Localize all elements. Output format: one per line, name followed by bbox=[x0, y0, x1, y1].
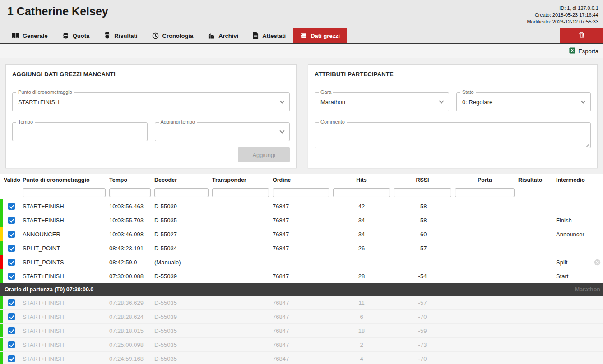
status-indicator bbox=[0, 310, 3, 323]
tab-dati-grezzi[interactable]: Dati grezzi bbox=[293, 28, 347, 43]
tab-cronologia[interactable]: Cronologia bbox=[145, 28, 201, 43]
cell-hits: 42 bbox=[331, 203, 392, 210]
tab-attestati[interactable]: Attestati bbox=[246, 28, 293, 43]
raw-data-row[interactable]: START+FINISH07:28:36.629D-550357684711-5… bbox=[0, 296, 603, 310]
col-header-decoder[interactable]: Decoder bbox=[153, 177, 210, 183]
valid-checkbox[interactable] bbox=[8, 245, 15, 252]
col-header-ordine[interactable]: Ordine bbox=[271, 177, 331, 183]
filter-input-tempo[interactable] bbox=[109, 188, 151, 197]
col-header-transponder[interactable]: Transponder bbox=[210, 177, 271, 183]
raw-data-row[interactable]: START+FINISH07:28:28.624D-55039768476-70 bbox=[0, 310, 603, 324]
tab-risultati[interactable]: Risultati bbox=[97, 28, 144, 43]
cell-rssi: -70 bbox=[392, 355, 453, 362]
col-header-porta[interactable]: Porta bbox=[453, 177, 516, 183]
valid-checkbox[interactable] bbox=[8, 273, 15, 280]
cell-hits: 34 bbox=[331, 231, 392, 238]
tab-label: Cronologia bbox=[162, 32, 194, 39]
status-indicator bbox=[0, 255, 3, 269]
col-header-intermedio[interactable]: Intermedio bbox=[554, 177, 591, 183]
raw-data-row[interactable]: SPLIT_POINTS08:42:59.0(Manuale)Split bbox=[0, 255, 603, 269]
window-header: 1 Catherine Kelsey ID: 1, di 127.0.0.1 C… bbox=[0, 0, 603, 28]
cell-decoder: D-55035 bbox=[153, 299, 210, 306]
cell-ordine: 76847 bbox=[271, 217, 331, 224]
valid-checkbox[interactable] bbox=[8, 259, 15, 266]
col-header-hits[interactable]: Hits bbox=[331, 177, 392, 183]
col-header-tempo[interactable]: Tempo bbox=[107, 177, 153, 183]
status-indicator bbox=[0, 199, 3, 213]
cell-rssi: -59 bbox=[392, 327, 453, 334]
add-button[interactable]: Aggiungi bbox=[238, 147, 290, 162]
remove-row-icon[interactable] bbox=[594, 259, 601, 266]
valid-checkbox[interactable] bbox=[8, 341, 15, 348]
valid-checkbox[interactable] bbox=[8, 355, 15, 362]
col-header-risultato[interactable]: Risultato bbox=[516, 177, 554, 183]
timing-point-label: Punto di cronometraggio bbox=[16, 89, 74, 95]
cell-punto: ANNOUNCER bbox=[21, 231, 107, 238]
cell-decoder: D-55027 bbox=[153, 231, 210, 238]
cell-decoder: D-55039 bbox=[153, 273, 210, 280]
time-input[interactable] bbox=[18, 129, 142, 135]
raw-data-row[interactable]: SPLIT_POINT08:43:23.191D-550347684726-57 bbox=[0, 241, 603, 255]
cell-punto: START+FINISH bbox=[21, 327, 107, 334]
raw-data-row[interactable]: START+FINISH10:03:55.703D-550357684734-5… bbox=[0, 213, 603, 227]
raw-data-row[interactable]: START+FINISH07:24:59.168D-55035768474-70 bbox=[0, 352, 603, 364]
timing-point-select[interactable]: Punto di cronometraggio START+FINISH bbox=[12, 92, 290, 111]
cell-tempo: 07:28:28.624 bbox=[107, 313, 153, 320]
cell-hits: 26 bbox=[331, 245, 392, 252]
valid-checkbox[interactable] bbox=[8, 231, 15, 238]
tab-quota[interactable]: Quota bbox=[55, 28, 97, 43]
meta-created: Creato: 2018-05-23 17:16:44 bbox=[527, 12, 598, 18]
col-header-punto[interactable]: Punto di cronometraggio bbox=[21, 177, 107, 183]
cell-hits: 34 bbox=[331, 217, 392, 224]
tab-generale[interactable]: Generale bbox=[5, 28, 55, 43]
tab-archivi[interactable]: Archivi bbox=[200, 28, 246, 43]
col-header-rssi[interactable]: RSSI bbox=[392, 177, 453, 183]
cell-decoder: D-55035 bbox=[153, 327, 210, 334]
race-select[interactable]: Gara Marathon bbox=[315, 92, 449, 111]
cell-tempo: 07:28:18.015 bbox=[107, 327, 153, 334]
raw-data-row[interactable]: START+FINISH07:25:00.098D-55035768472-73 bbox=[0, 338, 603, 352]
valid-checkbox[interactable] bbox=[8, 203, 15, 210]
meta-id: ID: 1, di 127.0.0.1 bbox=[527, 5, 598, 12]
raw-data-row[interactable]: START+FINISH07:30:00.088D-550397684728-5… bbox=[0, 269, 603, 283]
cell-hits: 28 bbox=[331, 273, 392, 280]
status-indicator bbox=[0, 296, 3, 309]
cell-rssi: -73 bbox=[392, 341, 453, 348]
col-header-valido[interactable]: Valido bbox=[0, 177, 21, 183]
add-time-select[interactable]: Aggiungi tempo bbox=[155, 122, 290, 141]
valid-checkbox[interactable] bbox=[8, 313, 15, 320]
comment-input[interactable] bbox=[320, 125, 586, 145]
race-label: Gara bbox=[319, 89, 333, 95]
cell-decoder: D-55035 bbox=[153, 217, 210, 224]
valid-checkbox[interactable] bbox=[8, 217, 15, 224]
export-link[interactable]: Esporta bbox=[569, 47, 598, 55]
raw-data-row[interactable]: START+FINISH10:03:56.463D-550397684742-5… bbox=[0, 199, 603, 213]
tab-label: Generale bbox=[23, 32, 48, 39]
delete-button[interactable] bbox=[560, 28, 603, 43]
filter-input-punto[interactable] bbox=[23, 188, 106, 197]
filter-input-hits[interactable] bbox=[333, 188, 390, 197]
table-header-row: ValidoPunto di cronometraggioTempoDecode… bbox=[0, 174, 603, 186]
start-time-separator: Orario di partenza (T0) 07:30:00.0Marath… bbox=[0, 283, 603, 296]
cell-punto: SPLIT_POINTS bbox=[21, 259, 107, 266]
filter-input-porta[interactable] bbox=[455, 188, 515, 197]
valid-checkbox[interactable] bbox=[8, 299, 15, 306]
tab-bar: GeneraleQuotaRisultatiCronologiaArchiviA… bbox=[0, 28, 603, 44]
filter-input-rssi[interactable] bbox=[394, 188, 451, 197]
tab-label: Attestati bbox=[262, 32, 286, 39]
filter-input-decoder[interactable] bbox=[154, 188, 209, 197]
raw-data-icon bbox=[300, 32, 307, 39]
cell-punto: SPLIT_POINT bbox=[21, 245, 107, 252]
time-field: Tempo bbox=[12, 122, 148, 141]
cell-punto: START+FINISH bbox=[21, 299, 107, 306]
filter-input-ordine[interactable] bbox=[273, 188, 329, 197]
cell-decoder: D-55035 bbox=[153, 355, 210, 362]
raw-data-row[interactable]: START+FINISH07:28:18.015D-550357684718-5… bbox=[0, 324, 603, 338]
cell-tempo: 10:03:56.463 bbox=[107, 203, 153, 210]
valid-checkbox[interactable] bbox=[8, 327, 15, 334]
status-select[interactable]: Stato 0: Regolare bbox=[456, 92, 591, 111]
cell-tempo: 08:42:59.0 bbox=[107, 259, 153, 266]
filter-input-transponder[interactable] bbox=[212, 188, 269, 197]
status-indicator bbox=[0, 213, 3, 227]
raw-data-row[interactable]: ANNOUNCER10:03:46.098D-550277684734-60An… bbox=[0, 227, 603, 241]
